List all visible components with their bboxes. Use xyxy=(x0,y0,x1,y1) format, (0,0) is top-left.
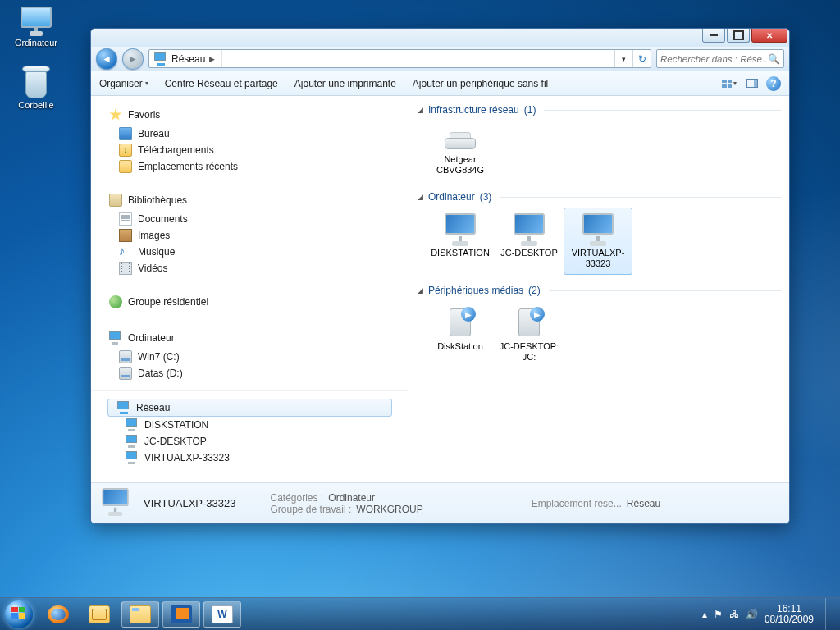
explorer-icon xyxy=(130,605,151,623)
tile-media-device[interactable]: ▶JC-DESKTOP: JC: xyxy=(495,301,564,368)
category-infrastructure: ◢Infrastructure réseau (1) Netgear CBVG8… xyxy=(418,103,781,181)
firefox-icon xyxy=(48,605,69,623)
tile-router[interactable]: Netgear CBVG834G xyxy=(426,121,495,181)
minimize-button[interactable] xyxy=(702,28,725,43)
desktop-icon-label: Ordinateur xyxy=(15,38,57,48)
nav-item-videos[interactable]: Vidéos xyxy=(101,260,399,276)
close-button[interactable] xyxy=(751,28,788,43)
nav-header-favorites[interactable]: Favoris xyxy=(101,107,399,123)
drive-icon xyxy=(119,350,132,363)
tile-computer-selected[interactable]: VIRTUALXP-33323 xyxy=(564,208,632,275)
router-icon xyxy=(441,126,479,153)
search-input[interactable] xyxy=(660,54,768,64)
tray-clock[interactable]: 16:11 08/10/2009 xyxy=(765,604,814,625)
category-header-media[interactable]: ◢Périphériques médias (2) xyxy=(418,283,781,298)
nav-item-recent[interactable]: Emplacements récents xyxy=(101,158,399,175)
taskbar: W ▴ ⚑ 🖧 🔊 16:11 08/10/2009 xyxy=(0,597,840,630)
taskbar-app-virtualpc[interactable] xyxy=(162,601,200,628)
nav-item-images[interactable]: Images xyxy=(101,227,399,244)
maximize-button[interactable] xyxy=(727,28,750,43)
explorer-window: ◄ ► Réseau ▶ ▾ ↻ 🔍 Organiser▾ Centre Rés… xyxy=(90,28,790,524)
chevron-down-icon: ▾ xyxy=(145,80,148,87)
nav-item-music[interactable]: Musique xyxy=(101,244,399,260)
address-bar[interactable]: Réseau ▶ ▾ ↻ xyxy=(148,49,651,68)
tray-date: 08/10/2009 xyxy=(765,614,814,625)
tile-label: DiskStation xyxy=(437,341,483,352)
nav-back-button[interactable]: ◄ xyxy=(96,48,117,70)
computer-icon xyxy=(579,213,617,246)
network-icon xyxy=(154,52,167,66)
address-dropdown-button[interactable]: ▾ xyxy=(614,50,632,67)
show-desktop-button[interactable] xyxy=(825,598,833,631)
nav-header-homegroup[interactable]: Groupe résidentiel xyxy=(101,294,399,310)
desktop-icon-recycle[interactable]: Corbeille xyxy=(7,66,66,110)
category-header-infrastructure[interactable]: ◢Infrastructure réseau (1) xyxy=(418,103,781,117)
toolbar: Organiser▾ Centre Réseau et partage Ajou… xyxy=(91,71,789,96)
video-icon xyxy=(119,262,132,275)
address-segment-network[interactable]: Réseau ▶ xyxy=(149,50,222,67)
tile-computer[interactable]: DISKSTATION xyxy=(426,208,495,275)
nav-forward-button[interactable]: ► xyxy=(122,48,144,70)
help-button[interactable]: ? xyxy=(766,76,781,91)
toolbar-add-wireless[interactable]: Ajouter un périphérique sans fil xyxy=(413,78,548,89)
nav-item-net-virtualxp[interactable]: VIRTUALXP-33323 xyxy=(107,450,392,466)
computer-icon xyxy=(510,213,548,246)
taskbar-app-outlook[interactable] xyxy=(80,601,118,628)
nav-group-libraries: Bibliothèques Documents Images Musique V… xyxy=(91,186,409,281)
view-options-button[interactable]: ▾ xyxy=(720,75,738,92)
tray-more-icon[interactable]: ▴ xyxy=(702,609,707,620)
details-name: VIRTUALXP-33323 xyxy=(144,497,236,509)
details-pane: VIRTUALXP-33323 Catégories : Ordinateur … xyxy=(91,482,789,523)
taskbar-app-firefox[interactable] xyxy=(39,601,77,628)
computer-icon xyxy=(126,435,139,448)
nav-item-documents[interactable]: Documents xyxy=(101,211,399,227)
close-icon xyxy=(766,30,773,41)
toolbar-add-printer[interactable]: Ajouter une imprimante xyxy=(294,78,396,89)
triangle-down-icon: ◢ xyxy=(418,193,423,201)
search-box[interactable]: 🔍 xyxy=(656,49,784,68)
tile-media-device[interactable]: ▶DiskStation xyxy=(426,301,495,368)
desktop-icon-label: Corbeille xyxy=(18,100,53,110)
toolbar-organize[interactable]: Organiser▾ xyxy=(99,78,148,89)
tile-label: Netgear CBVG834G xyxy=(428,154,492,176)
monitor-icon xyxy=(18,7,54,36)
tray-flag-icon[interactable]: ⚑ xyxy=(714,609,723,620)
tray-network-icon[interactable]: 🖧 xyxy=(729,609,739,620)
taskbar-app-word[interactable]: W xyxy=(203,601,241,628)
titlebar[interactable] xyxy=(91,29,789,47)
details-category: Catégories : Ordinateur xyxy=(271,492,423,504)
nav-item-downloads[interactable]: Téléchargements xyxy=(101,142,399,158)
nav-item-drive-c[interactable]: Win7 (C:) xyxy=(101,349,399,365)
document-icon xyxy=(119,212,132,226)
category-header-computers[interactable]: ◢Ordinateur (3) xyxy=(418,189,781,204)
nav-group-computer: Ordinateur Win7 (C:) Datas (D:) xyxy=(91,324,409,386)
taskbar-app-explorer[interactable] xyxy=(121,601,159,628)
word-icon: W xyxy=(212,605,233,623)
nav-header-network[interactable]: Réseau xyxy=(107,399,392,417)
desktop-icon-computer[interactable]: Ordinateur xyxy=(7,7,66,48)
category-computers: ◢Ordinateur (3) DISKSTATION JC-DESKTOP V… xyxy=(418,189,781,275)
refresh-button[interactable]: ↻ xyxy=(632,50,651,67)
address-segment-label: Réseau xyxy=(171,53,205,65)
nav-header-libraries[interactable]: Bibliothèques xyxy=(101,192,399,208)
preview-pane-button[interactable] xyxy=(743,75,761,92)
downloads-icon xyxy=(119,144,132,157)
start-button[interactable] xyxy=(0,598,38,631)
minimize-icon xyxy=(710,34,718,36)
media-device-icon: ▶ xyxy=(510,307,548,340)
tile-computer[interactable]: JC-DESKTOP xyxy=(495,208,564,275)
nav-item-drive-d[interactable]: Datas (D:) xyxy=(101,365,399,381)
details-location: Emplacement rése... Réseau xyxy=(532,498,661,509)
tray-volume-icon[interactable]: 🔊 xyxy=(746,609,758,620)
nav-header-computer[interactable]: Ordinateur xyxy=(101,330,399,346)
nav-item-net-jcdesktop[interactable]: JC-DESKTOP xyxy=(107,433,392,450)
nav-item-net-diskstation[interactable]: DISKSTATION xyxy=(107,417,392,433)
search-icon: 🔍 xyxy=(768,53,780,65)
nav-item-desktop[interactable]: Bureau xyxy=(101,126,399,142)
tile-label: VIRTUALXP-33323 xyxy=(566,248,630,269)
toolbar-network-center[interactable]: Centre Réseau et partage xyxy=(165,78,278,89)
desktop-icon xyxy=(119,127,132,140)
media-device-icon: ▶ xyxy=(441,307,479,340)
tiles-icon xyxy=(722,80,732,88)
trash-icon xyxy=(21,66,52,98)
